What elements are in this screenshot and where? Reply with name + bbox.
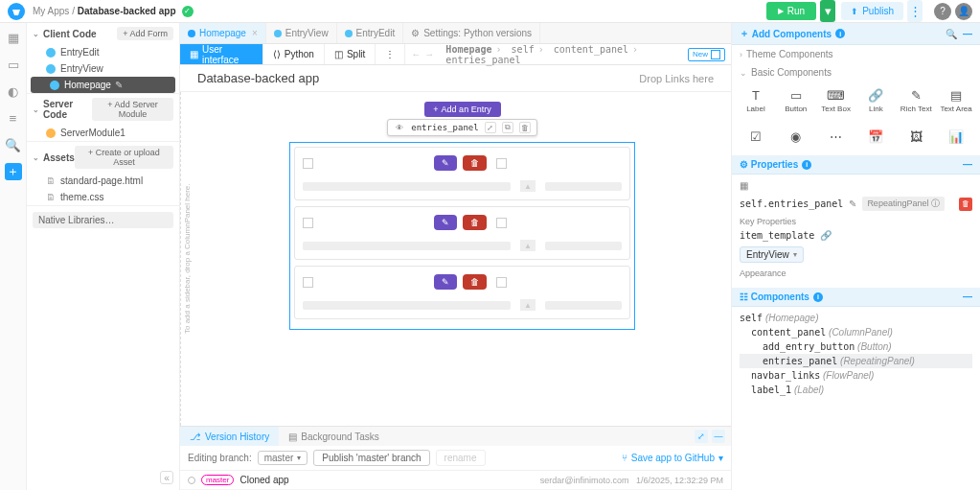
anvil-logo[interactable] — [8, 3, 25, 20]
server-code-header[interactable]: ⌄Server Code + Add Server Module — [27, 94, 179, 125]
delete-pill-button[interactable]: 🗑 — [463, 274, 487, 290]
info-icon[interactable]: i — [835, 29, 845, 38]
sidebar-item-entryedit[interactable]: EntryEdit — [27, 44, 179, 60]
breadcrumb-myapps[interactable]: My Apps — [33, 6, 69, 16]
tab-background-tasks[interactable]: ▤Background Tasks — [279, 427, 389, 446]
search-icon[interactable]: 🔍 — [946, 29, 957, 39]
native-libraries-button[interactable]: Native Libraries… — [33, 212, 173, 228]
edit-name-icon[interactable]: ✎ — [849, 198, 856, 209]
checkbox[interactable] — [303, 277, 313, 288]
sidebar-collapse-button[interactable]: « — [160, 471, 173, 484]
publish-button[interactable]: Publish — [841, 2, 903, 20]
edit-pill-button[interactable]: ✎ — [434, 155, 457, 171]
add-entry-button[interactable]: Add an Entry — [424, 102, 501, 117]
breadcrumb-appname[interactable]: Database-backed app — [78, 6, 176, 16]
account-button[interactable]: 👤 — [955, 3, 972, 20]
palette-⋯[interactable]: ⋯ — [816, 125, 856, 150]
theme-components-section[interactable]: Theme Components — [732, 45, 980, 63]
assets-header[interactable]: ⌄Assets + Create or upload Asset — [27, 142, 179, 173]
entry-template-row[interactable]: ✎ 🗑 ▲ — [294, 206, 630, 260]
visibility-icon[interactable]: 👁 — [394, 122, 405, 133]
tree-item-add-entry-button[interactable]: add_entry_button (Button) — [740, 339, 972, 354]
rail-theme-icon[interactable]: ◐ — [5, 82, 22, 100]
nav-back-button[interactable]: ← — [411, 49, 421, 59]
mode-ui-button[interactable]: ▦User interface — [180, 44, 263, 64]
info-icon[interactable]: i — [802, 160, 811, 170]
delete-pill-button[interactable]: 🗑 — [463, 155, 487, 171]
rail-app-icon[interactable]: ▦ — [5, 29, 22, 46]
run-menu-button[interactable]: ▾ — [820, 0, 835, 22]
checkbox[interactable] — [496, 277, 507, 288]
sidebar-item-entryview[interactable]: EntryView — [27, 60, 179, 77]
sidebar-item-standardpage[interactable]: 🗎standard-page.html — [27, 173, 179, 189]
checkbox[interactable] — [496, 218, 507, 228]
publish-menu-button[interactable]: ⋮ — [907, 0, 923, 22]
rail-search-icon[interactable]: 🔍 — [5, 136, 22, 153]
tab-settings-python[interactable]: ⚙Settings: Python versions — [403, 23, 540, 43]
link-icon[interactable]: 🔗 — [820, 230, 832, 241]
checkbox[interactable] — [496, 158, 507, 169]
nav-fwd-button[interactable]: → — [424, 49, 434, 59]
info-icon[interactable]: i — [813, 292, 823, 302]
palette-text-box[interactable]: ⌨Text Box — [816, 83, 856, 117]
palette-rich-text[interactable]: ✎Rich Text — [896, 83, 936, 117]
panel-close-button[interactable]: — — [712, 430, 725, 443]
tab-homepage[interactable]: Homepage× — [180, 23, 266, 43]
palette-◉[interactable]: ◉ — [776, 125, 816, 150]
entry-template-row[interactable]: ✎ 🗑 ▲ — [294, 147, 630, 200]
path-self[interactable]: self — [512, 44, 535, 55]
palette-link[interactable]: 🔗Link — [855, 83, 896, 117]
palette-🖼[interactable]: 🖼 — [896, 125, 936, 150]
panel-expand-button[interactable]: ⤢ — [695, 430, 708, 443]
new-layout-badge[interactable]: New — [688, 48, 725, 61]
delete-icon[interactable]: 🗑 — [519, 122, 531, 133]
path-root[interactable]: Homepage — [445, 44, 491, 55]
sidebar-item-homepage[interactable]: Homepage ✎ — [31, 77, 175, 93]
tree-item-label-1[interactable]: label_1 (Label) — [740, 383, 972, 397]
rail-db-icon[interactable]: ▭ — [5, 56, 22, 73]
delete-component-button[interactable]: 🗑 — [959, 198, 972, 211]
path-content-panel[interactable]: content_panel — [554, 44, 628, 55]
palette-button[interactable]: ▭Button — [776, 83, 816, 117]
tree-item-navbar-links[interactable]: navbar_links (FlowPanel) — [740, 368, 972, 383]
design-canvas[interactable]: Add an Entry 👁 entries_panel ⤢ ⧉ 🗑 ✎ 🗑 — [194, 92, 731, 426]
components-tree-header[interactable]: ☷ Componentsi — — [732, 288, 980, 307]
palette-📊[interactable]: 📊 — [936, 125, 976, 150]
help-button[interactable]: ? — [934, 3, 951, 20]
basic-components-section[interactable]: Basic Components — [732, 63, 980, 82]
palette-📅[interactable]: 📅 — [855, 125, 896, 150]
rail-settings-icon[interactable]: ≡ — [5, 109, 22, 127]
close-icon[interactable]: × — [252, 28, 258, 38]
sidebar-item-servermodule1[interactable]: ServerModule1 — [27, 125, 179, 141]
collapse-icon[interactable]: — — [963, 159, 972, 170]
mode-more-button[interactable]: ⋮ — [376, 44, 405, 64]
run-button[interactable]: Run — [766, 2, 816, 20]
checkbox[interactable] — [303, 218, 313, 228]
edit-pill-button[interactable]: ✎ — [434, 274, 457, 290]
expand-icon[interactable]: ⤢ — [485, 122, 496, 133]
branch-select[interactable]: master▾ — [258, 451, 308, 465]
collapse-icon[interactable]: — — [963, 29, 972, 39]
copy-icon[interactable]: ⧉ — [502, 122, 513, 133]
palette-☑[interactable]: ☑ — [736, 125, 776, 150]
add-server-module-button[interactable]: + Add Server Module — [92, 98, 173, 121]
entries-panel[interactable]: ✎ 🗑 ▲ ✎ 🗑 ▲ — [289, 142, 635, 330]
rail-add-button[interactable]: ＋ — [5, 163, 22, 180]
tree-item-content-panel[interactable]: content_panel (ColumnPanel) — [740, 325, 972, 339]
grid-icon[interactable]: ▦ — [740, 180, 748, 191]
sidebar-item-themecss[interactable]: 🗎theme.css — [27, 189, 179, 205]
delete-pill-button[interactable]: 🗑 — [463, 215, 487, 230]
tab-entryedit[interactable]: EntryEdit — [337, 23, 404, 43]
client-code-header[interactable]: ⌄Client Code + Add Form — [27, 23, 179, 44]
mode-split-button[interactable]: ◫Split — [325, 44, 376, 64]
tree-item-self[interactable]: self (Homepage) — [740, 311, 972, 325]
publish-branch-button[interactable]: Publish 'master' branch — [313, 450, 429, 466]
palette-text-area[interactable]: ▤Text Area — [936, 83, 976, 117]
tree-item-entries-panel[interactable]: entries_panel (RepeatingPanel) — [740, 354, 972, 368]
add-form-button[interactable]: + Add Form — [117, 27, 173, 40]
collapse-icon[interactable]: — — [963, 292, 972, 302]
add-asset-button[interactable]: + Create or upload Asset — [75, 146, 173, 169]
entry-template-row[interactable]: ✎ 🗑 ▲ — [294, 266, 630, 319]
palette-label[interactable]: TLabel — [736, 83, 776, 117]
tab-version-history[interactable]: ⎇Version History — [180, 427, 279, 446]
